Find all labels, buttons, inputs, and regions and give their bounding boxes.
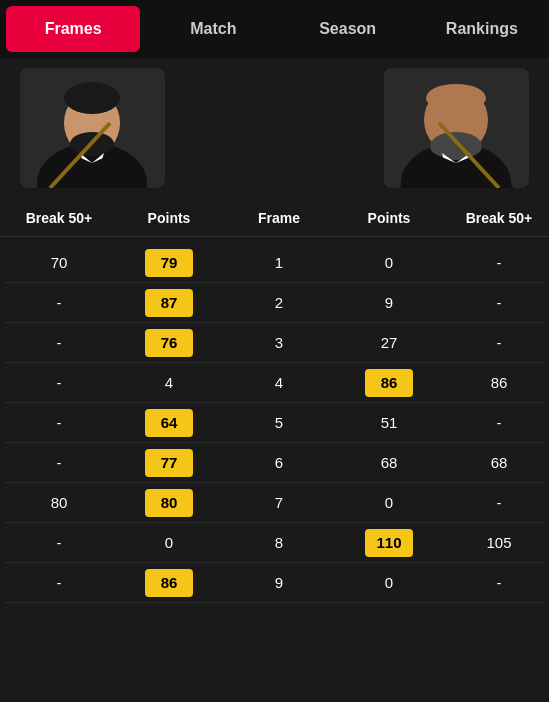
tab-frames[interactable]: Frames [6,6,140,52]
table-row: -64551- [4,403,545,443]
frame-cell: 9 [224,574,334,591]
table-row: -08110105 [4,523,545,563]
col-break50-right: Break 50+ [444,206,549,230]
table-row: -8729- [4,283,545,323]
points-left-cell: 86 [114,569,224,597]
table-row: 707910- [4,243,545,283]
points-right-cell: 0 [334,574,444,591]
break50-left-cell: - [4,454,114,471]
points-left-cell: 87 [114,289,224,317]
points-left-cell: 80 [114,489,224,517]
frame-cell: 4 [224,374,334,391]
frame-cell: 7 [224,494,334,511]
points-left-cell: 76 [114,329,224,357]
points-right-cell: 86 [334,369,444,397]
points-right-cell: 9 [334,294,444,311]
header-divider [0,236,549,237]
players-row [0,58,549,188]
table-row: -76327- [4,323,545,363]
player-left-portrait [20,68,165,188]
break50-right-cell: - [444,334,549,351]
break50-right-cell: - [444,294,549,311]
table-row: -7766868 [4,443,545,483]
tab-bar: Frames Match Season Rankings [0,0,549,58]
data-rows: 707910--8729--76327--448686-64551--77668… [0,243,549,603]
points-right-cell: 51 [334,414,444,431]
break50-right-cell: - [444,574,549,591]
break50-left-cell: - [4,294,114,311]
col-points-left: Points [114,206,224,230]
tab-match[interactable]: Match [146,0,280,58]
frame-cell: 8 [224,534,334,551]
points-left-cell: 4 [114,374,224,391]
table-row: 808070- [4,483,545,523]
col-frame: Frame [224,206,334,230]
break50-right-cell: - [444,254,549,271]
frame-cell: 5 [224,414,334,431]
points-right-cell: 0 [334,494,444,511]
break50-left-cell: - [4,374,114,391]
points-right-cell: 110 [334,529,444,557]
frame-cell: 1 [224,254,334,271]
break50-left-cell: - [4,534,114,551]
table-row: -8690- [4,563,545,603]
frame-cell: 2 [224,294,334,311]
break50-left-cell: 80 [4,494,114,511]
points-left-cell: 64 [114,409,224,437]
svg-point-11 [426,84,486,112]
tab-season[interactable]: Season [281,0,415,58]
break50-right-cell: 68 [444,454,549,471]
frame-cell: 6 [224,454,334,471]
break50-left-cell: - [4,574,114,591]
points-left-cell: 0 [114,534,224,551]
column-headers: Break 50+ Points Frame Points Break 50+ [0,206,549,230]
player-right-portrait [384,68,529,188]
break50-right-cell: 105 [444,534,549,551]
break50-left-cell: - [4,334,114,351]
svg-point-3 [64,82,120,114]
break50-right-cell: 86 [444,374,549,391]
break50-left-cell: - [4,414,114,431]
points-right-cell: 27 [334,334,444,351]
points-right-cell: 68 [334,454,444,471]
col-break50-left: Break 50+ [4,206,114,230]
table-row: -448686 [4,363,545,403]
frame-cell: 3 [224,334,334,351]
tab-rankings[interactable]: Rankings [415,0,549,58]
points-right-cell: 0 [334,254,444,271]
break50-left-cell: 70 [4,254,114,271]
break50-right-cell: - [444,414,549,431]
points-left-cell: 77 [114,449,224,477]
break50-right-cell: - [444,494,549,511]
points-left-cell: 79 [114,249,224,277]
col-points-right: Points [334,206,444,230]
